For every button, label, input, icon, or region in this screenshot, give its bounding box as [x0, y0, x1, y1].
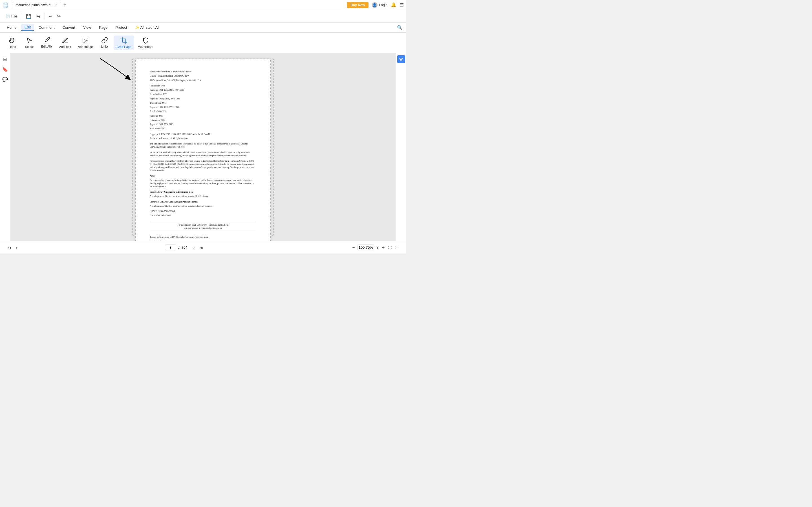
- crop-page-icon: [121, 37, 128, 44]
- zoom-input[interactable]: [357, 244, 374, 250]
- add-text-icon: [62, 37, 68, 44]
- menu-edit[interactable]: Edit: [21, 24, 34, 31]
- right-sidebar: W: [396, 53, 406, 241]
- menu-icon[interactable]: ☰: [400, 2, 404, 8]
- third-edition: Third edition 1995: [150, 101, 256, 105]
- info-box: For information on all Butterworth-Heine…: [150, 221, 256, 232]
- published-by: Published by Elsevier Ltd. All rights re…: [150, 137, 256, 140]
- link-tool[interactable]: Link▾: [97, 35, 112, 50]
- app-logo-icon: 🗒️: [2, 2, 8, 8]
- total-pages: 704: [182, 245, 187, 249]
- notification-icon[interactable]: 🔔: [391, 2, 396, 8]
- add-text-tool[interactable]: Add Text: [56, 36, 74, 50]
- fullscreen-button[interactable]: ⛶: [394, 245, 400, 250]
- svg-point-1: [84, 39, 85, 40]
- reprint4: Reprinted 2001: [150, 114, 256, 117]
- zoom-dropdown-button[interactable]: ▾: [375, 244, 380, 251]
- edit-all-tool[interactable]: Edit All▾: [38, 35, 55, 50]
- file-button[interactable]: 📄 File: [3, 13, 19, 19]
- british-library-text: A catalogue record for this book is avai…: [150, 194, 256, 198]
- hand-tool[interactable]: Hand: [4, 36, 20, 50]
- status-bar: ⏮ ‹ / 704 › ⏭ − ▾ + ⛶ ⛶: [0, 241, 406, 253]
- content-area: Butterworth-Heinemann is an imprint of E…: [10, 53, 396, 241]
- menu-convert[interactable]: Convert: [59, 24, 79, 31]
- watermark-tool[interactable]: Watermark: [135, 36, 156, 50]
- edit-all-icon: [43, 37, 50, 44]
- isbn13: ISBN-13: 978-0-7506-8386-9: [150, 210, 256, 213]
- hand-icon: [9, 37, 16, 44]
- page-separator: /: [179, 245, 179, 249]
- reprint5: Reprinted 2003, 2004, 2005: [150, 123, 256, 126]
- active-tab[interactable]: marketing-plans-sixth-e... ✕: [12, 2, 61, 8]
- search-icon[interactable]: 🔍: [397, 25, 403, 30]
- go-to-prev-page-button[interactable]: ‹: [14, 244, 19, 251]
- crop-page-tool[interactable]: Crop Page: [114, 36, 134, 50]
- toolbar-separator-2: [45, 13, 45, 20]
- menu-home[interactable]: Home: [3, 24, 20, 31]
- buy-now-button[interactable]: Buy Now: [347, 2, 368, 8]
- status-bar-right: − ▾ + ⛶ ⛶: [351, 244, 400, 251]
- file-icon: 📄: [6, 14, 10, 18]
- reprint2: Reprinted 1990 (twice), 1992, 1993: [150, 97, 256, 100]
- menu-comment[interactable]: Comment: [35, 24, 58, 31]
- current-page-input[interactable]: [165, 244, 176, 250]
- edit-toolbar: Hand Select Edit All▾ Add Text Add Image: [0, 33, 406, 53]
- print-button[interactable]: 🖨: [35, 13, 42, 20]
- watermark-icon: [142, 37, 149, 44]
- sidebar-bookmark-icon[interactable]: 🔖: [1, 65, 9, 73]
- go-to-next-page-button[interactable]: ›: [192, 244, 197, 251]
- first-edition: First edition 1984: [150, 84, 256, 87]
- info-box-text: For information on all Butterworth-Heine…: [177, 224, 229, 229]
- user-area[interactable]: 👤 Login: [372, 2, 388, 8]
- title-bar: 🗒️ marketing-plans-sixth-e... ✕ + Buy No…: [0, 0, 406, 10]
- title-bar-right: Buy Now 👤 Login 🔔 ☰: [347, 2, 404, 8]
- menu-protect[interactable]: Protect: [112, 24, 130, 31]
- sidebar-thumbnail-icon[interactable]: ⊞: [1, 55, 9, 63]
- notice-text: No responsibility is assumed by the publ…: [150, 179, 256, 188]
- go-to-last-page-button[interactable]: ⏭: [198, 244, 205, 251]
- sidebar-comment-icon[interactable]: 💬: [1, 75, 9, 83]
- new-tab-button[interactable]: +: [62, 2, 68, 8]
- add-image-label: Add Image: [78, 45, 93, 48]
- menu-bar: Home Edit Comment Convert View Page Prot…: [0, 22, 406, 33]
- reprint3: Reprinted 1995, 1996, 1997, 1998: [150, 106, 256, 109]
- link-icon: [101, 37, 108, 44]
- user-avatar-icon: 👤: [372, 2, 377, 8]
- reprint1: Reprinted 1984, 1985, 1986, 1987, 1988: [150, 89, 256, 92]
- save-button[interactable]: 💾: [24, 12, 33, 20]
- zoom-in-button[interactable]: +: [381, 244, 386, 251]
- word-helper-badge[interactable]: W: [397, 55, 405, 63]
- zoom-out-button[interactable]: −: [351, 244, 356, 251]
- main-layout: ⊞ 🔖 💬 Butterworth-Heinemann is an imprin…: [0, 53, 406, 241]
- undo-button[interactable]: ↩: [47, 12, 54, 20]
- add-image-icon: [82, 37, 89, 44]
- go-to-first-page-button[interactable]: ⏮: [6, 244, 13, 251]
- website-text: www.charontec.com: [150, 240, 256, 241]
- sixth-edition: Sixth edition 2007: [150, 127, 256, 130]
- menu-view[interactable]: View: [80, 24, 94, 31]
- edit-all-label: Edit All▾: [41, 45, 52, 48]
- watermark-label: Watermark: [138, 45, 153, 48]
- select-tool[interactable]: Select: [21, 36, 37, 50]
- permissions-text: Permissions may be sought directly from …: [150, 159, 256, 172]
- publisher-line2: Linacre House, Jordan Hill, Oxford OX2 8…: [150, 74, 256, 77]
- second-edition: Second edition 1989: [150, 93, 256, 96]
- link-label: Link▾: [101, 45, 108, 48]
- menu-page[interactable]: Page: [96, 24, 111, 31]
- redo-button[interactable]: ↪: [55, 12, 62, 20]
- status-bar-center: / 704: [165, 244, 187, 250]
- add-text-label: Add Text: [59, 45, 71, 48]
- typeset-text: Typeset by Charon Tec Ltd (A Macmillan C…: [150, 235, 256, 238]
- copyright-text: Copyright © 1984, 1989, 1995, 1999, 2002…: [150, 133, 256, 136]
- notice-heading: Notice: [150, 174, 256, 177]
- loc-text: A catalogue record for this book is avai…: [150, 205, 256, 208]
- file-label: File: [11, 14, 17, 18]
- menu-ai[interactable]: ✨ Afirstsoft AI: [132, 24, 162, 31]
- select-tool-label: Select: [25, 45, 34, 48]
- page-container: Butterworth-Heinemann is an imprint of E…: [135, 59, 271, 235]
- toolbar-separator: [22, 13, 22, 20]
- publisher-line1: Butterworth-Heinemann is an imprint of E…: [150, 70, 256, 73]
- fit-page-button[interactable]: ⛶: [387, 245, 393, 250]
- add-image-tool[interactable]: Add Image: [75, 36, 96, 50]
- tab-close-icon[interactable]: ✕: [55, 3, 57, 6]
